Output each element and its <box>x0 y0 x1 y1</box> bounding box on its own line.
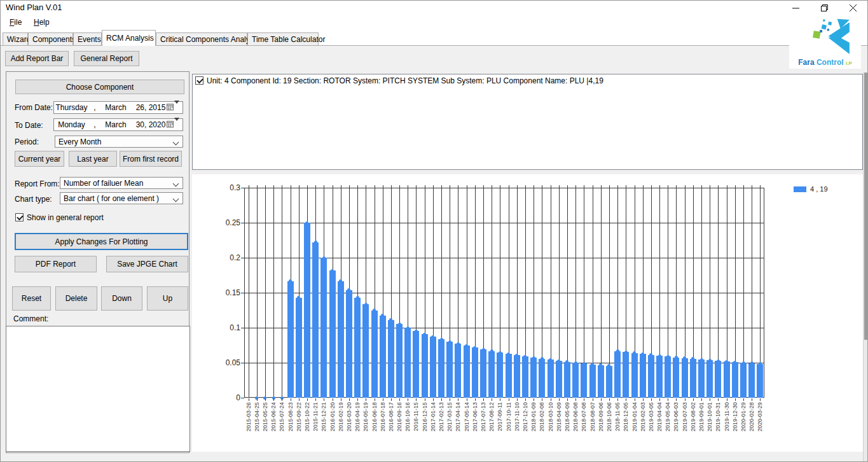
from-date-dropdown-icon[interactable] <box>174 101 179 113</box>
from-date-picker[interactable]: Thursday , March 26, 2015 <box>53 101 183 114</box>
x-axis-tick <box>718 398 719 401</box>
comment-input[interactable] <box>6 326 190 452</box>
from-date-day-year: 26, 2015 <box>131 103 170 112</box>
add-report-bar-button[interactable]: Add Report Bar <box>5 51 69 66</box>
x-axis-tick <box>324 398 324 401</box>
tab-events[interactable]: Events <box>73 32 102 46</box>
data-point-marker <box>717 360 720 363</box>
x-axis-label: 2017-06-13 <box>472 402 478 431</box>
to-date-picker[interactable]: Monday , March 30, 2020 <box>53 118 183 131</box>
tab-critical-components-analysis[interactable]: Critical Components Analysis <box>156 32 247 46</box>
x-axis-tick <box>701 398 702 401</box>
data-point-marker <box>364 303 368 306</box>
data-point-marker <box>666 355 670 358</box>
apply-changes-button[interactable]: Apply Changes For Plotting <box>15 233 188 250</box>
x-axis-label: 2016-12-15 <box>422 402 428 431</box>
x-axis-label: 2016-08-17 <box>388 402 394 431</box>
x-axis-tick <box>584 398 584 401</box>
x-axis-label: 2018-02-08 <box>539 402 545 431</box>
to-date-dropdown-icon[interactable] <box>174 118 179 130</box>
tab-rcm-analysis[interactable]: RCM Analysis <box>102 30 156 46</box>
last-year-button[interactable]: Last year <box>69 151 117 167</box>
x-axis-tick <box>659 398 660 401</box>
data-point-marker <box>557 360 560 363</box>
y-axis-tick <box>241 398 244 398</box>
x-axis-tick <box>601 398 602 401</box>
x-axis-tick <box>357 398 358 401</box>
x-axis-tick <box>710 398 710 401</box>
from-date-weekday: Thursday <box>54 103 89 112</box>
reset-button[interactable]: Reset <box>12 286 51 311</box>
tab-components[interactable]: Components <box>28 32 73 46</box>
minimize-button[interactable] <box>782 1 810 15</box>
delete-button[interactable]: Delete <box>55 286 97 311</box>
bar <box>430 337 436 398</box>
x-axis-tick <box>291 398 291 401</box>
bar <box>380 316 386 398</box>
x-axis-label: 2015-08-23 <box>287 402 294 431</box>
bar <box>354 298 361 398</box>
tab-time-table-calculator[interactable]: Time Table Calculator <box>247 32 319 46</box>
report-item-checkbox[interactable] <box>195 76 203 85</box>
x-axis-label: 2018-10-06 <box>606 402 612 431</box>
restore-button[interactable] <box>810 1 839 15</box>
vertical-scrollbar[interactable] <box>863 73 868 462</box>
calendar-icon[interactable] <box>167 120 174 128</box>
bar <box>304 223 310 398</box>
down-button[interactable]: Down <box>101 286 142 311</box>
bar <box>488 351 495 398</box>
general-report-button[interactable]: General Report <box>74 51 139 66</box>
chart-type-select[interactable]: Bar chart ( for one element ) <box>60 192 183 204</box>
bar <box>446 342 453 398</box>
data-point-marker <box>499 351 502 354</box>
bar <box>296 298 302 398</box>
tab-wizard[interactable]: Wizard <box>3 32 28 46</box>
data-point-marker <box>658 354 661 358</box>
pdf-report-button[interactable]: PDF Report <box>15 256 97 272</box>
x-axis-tick <box>517 398 518 401</box>
to-date-separator: , <box>89 120 100 129</box>
close-icon <box>850 4 857 11</box>
x-axis-tick <box>626 398 626 401</box>
x-axis-tick <box>525 398 526 401</box>
x-axis-label: 2018-12-05 <box>623 402 629 431</box>
menu-file[interactable]: File <box>10 18 22 27</box>
x-axis-tick <box>425 398 425 401</box>
bar <box>732 362 738 398</box>
from-first-record-button[interactable]: From first record <box>120 151 182 167</box>
scrollbar-thumb[interactable] <box>864 73 868 340</box>
show-in-general-report-checkbox[interactable] <box>15 213 24 221</box>
bar <box>715 361 721 398</box>
x-axis-tick <box>559 398 560 401</box>
bar <box>422 334 428 398</box>
chevron-down-icon <box>173 181 179 187</box>
x-axis-label: 2020-01-29 <box>740 402 747 431</box>
period-select[interactable]: Every Month <box>55 136 183 148</box>
up-button[interactable]: Up <box>147 286 188 311</box>
fara-control-logo-icon <box>812 18 853 55</box>
data-point-marker <box>725 360 728 363</box>
from-date-label: From Date: <box>15 103 53 112</box>
current-year-button[interactable]: Current year <box>15 151 64 167</box>
vertical-gridline <box>265 185 266 398</box>
bar <box>346 290 352 398</box>
close-button[interactable] <box>839 1 867 15</box>
vertical-gridline <box>249 185 249 398</box>
report-from-select[interactable]: Number of failuer Mean <box>60 177 183 189</box>
menu-help[interactable]: Help <box>34 18 50 27</box>
data-point-marker <box>322 256 326 260</box>
x-axis-label: 2017-02-13 <box>438 402 444 431</box>
x-axis-tick <box>685 398 685 401</box>
bar <box>464 346 470 398</box>
report-list-item[interactable]: Unit: 4 Component Id: 19 Section: ROTOR … <box>195 76 603 85</box>
from-date-month: March <box>100 103 131 112</box>
choose-component-button[interactable]: Choose Component <box>15 80 184 94</box>
window-title: Wind Plan V.01 <box>6 3 62 12</box>
save-jpge-chart-button[interactable]: Save JPGE Chart <box>106 256 188 272</box>
x-axis-tick <box>383 398 383 401</box>
x-axis-label: 2018-04-09 <box>556 402 562 431</box>
y-axis-tick <box>241 363 244 363</box>
calendar-icon[interactable] <box>167 103 174 111</box>
x-axis-tick <box>542 398 542 401</box>
report-list: Unit: 4 Component Id: 19 Section: ROTOR … <box>192 74 863 170</box>
